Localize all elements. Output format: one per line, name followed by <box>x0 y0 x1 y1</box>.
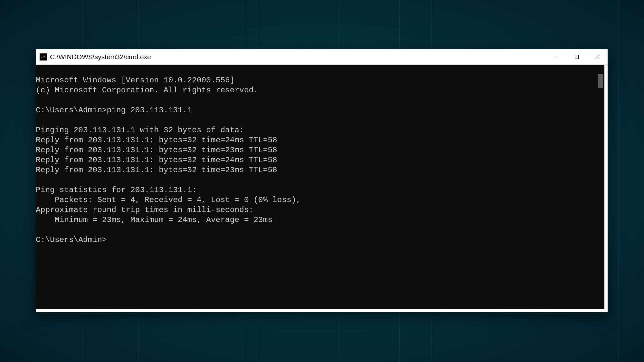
terminal-line: Reply from 203.113.131.1: bytes=32 time=… <box>36 136 277 144</box>
terminal-line: C:\Users\Admin>ping 203.113.131.1 <box>36 106 192 115</box>
window-title: C:\WINDOWS\system32\cmd.exe <box>50 53 546 61</box>
terminal-line: C:\Users\Admin> <box>36 236 107 244</box>
terminal-line: Pinging 203.113.131.1 with 32 bytes of d… <box>36 126 244 135</box>
svg-rect-1 <box>575 55 579 59</box>
terminal-line: Reply from 203.113.131.1: bytes=32 time=… <box>36 146 277 154</box>
maximize-icon <box>574 55 579 59</box>
scrollbar[interactable] <box>597 65 604 309</box>
terminal-line: Reply from 203.113.131.1: bytes=32 time=… <box>36 156 277 164</box>
close-button[interactable] <box>587 49 608 64</box>
terminal-line: Minimum = 23ms, Maximum = 24ms, Average … <box>36 216 272 224</box>
window-controls <box>546 49 608 64</box>
cmd-window: C:\ C:\WINDOWS\system32\cmd.exe Microsof… <box>36 49 608 312</box>
terminal-line: Reply from 203.113.131.1: bytes=32 time=… <box>36 166 277 174</box>
maximize-button[interactable] <box>566 49 587 64</box>
terminal-line: (c) Microsoft Corporation. All rights re… <box>36 86 258 95</box>
terminal-area: Microsoft Windows [Version 10.0.22000.55… <box>36 65 604 309</box>
terminal-output[interactable]: Microsoft Windows [Version 10.0.22000.55… <box>36 65 597 309</box>
titlebar[interactable]: C:\ C:\WINDOWS\system32\cmd.exe <box>36 49 608 65</box>
minimize-icon <box>554 55 558 59</box>
terminal-line: Approximate round trip times in milli-se… <box>36 206 253 214</box>
cmd-icon: C:\ <box>40 53 47 60</box>
terminal-line: Packets: Sent = 4, Received = 4, Lost = … <box>36 196 301 204</box>
wallpaper-streak <box>618 0 619 362</box>
terminal-line: Ping statistics for 203.113.131.1: <box>36 186 197 194</box>
terminal-line: Microsoft Windows [Version 10.0.22000.55… <box>36 76 235 85</box>
close-icon <box>595 55 600 59</box>
scrollbar-thumb[interactable] <box>598 74 603 88</box>
minimize-button[interactable] <box>546 49 566 64</box>
